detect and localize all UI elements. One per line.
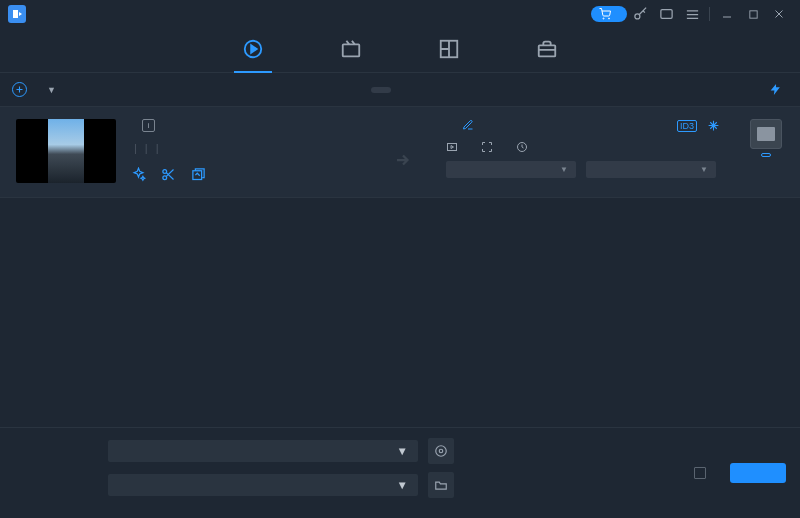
info-icon[interactable]: i: [142, 119, 155, 132]
tab-collage[interactable]: [430, 34, 468, 72]
minimize-icon[interactable]: [714, 0, 740, 28]
add-files-button[interactable]: ▼: [12, 82, 56, 97]
edit-effects-icon[interactable]: [130, 166, 146, 182]
chevron-down-icon: ▼: [397, 445, 408, 457]
high-speed-conversion-button[interactable]: [769, 83, 788, 96]
lightning-icon: [769, 83, 782, 96]
metadata-icon[interactable]: ID3: [677, 120, 697, 132]
save-to-select[interactable]: ▼: [108, 474, 418, 496]
profile-settings-icon[interactable]: [428, 438, 454, 464]
video-icon: [446, 141, 458, 153]
converter-icon: [242, 38, 264, 60]
settings-button[interactable]: [761, 153, 771, 157]
feedback-icon[interactable]: [653, 0, 679, 28]
svg-point-10: [162, 175, 166, 179]
source-line: i: [130, 119, 390, 132]
chevron-down-icon: ▼: [700, 165, 708, 174]
arrow-icon: [392, 151, 414, 169]
subtab-converting[interactable]: [371, 87, 391, 93]
file-row: i |||: [0, 107, 800, 198]
chevron-down-icon[interactable]: ▼: [47, 85, 56, 95]
toolbar: ▼: [0, 73, 800, 107]
plus-icon: [12, 82, 27, 97]
source-meta: |||: [130, 142, 390, 154]
source-column: i |||: [130, 119, 390, 182]
toolbox-icon: [536, 38, 558, 60]
svg-point-15: [436, 446, 447, 457]
mv-icon: [340, 38, 362, 60]
svg-point-9: [162, 169, 166, 173]
menu-icon[interactable]: [679, 0, 705, 28]
key-icon[interactable]: [627, 0, 653, 28]
output-format-button[interactable]: [750, 119, 782, 149]
svg-rect-12: [448, 144, 457, 151]
collage-icon: [438, 38, 460, 60]
clock-icon: [516, 141, 528, 153]
app-logo: [8, 5, 26, 23]
format-badge: [750, 119, 782, 157]
svg-rect-8: [539, 45, 556, 56]
tab-toolbox[interactable]: [528, 34, 566, 72]
compress-icon[interactable]: [707, 119, 720, 132]
subtitle-select[interactable]: ▼: [586, 161, 716, 178]
out-format-item: [446, 141, 463, 153]
svg-rect-3: [660, 9, 671, 18]
output-meta: [446, 141, 784, 153]
out-dur-item: [516, 141, 533, 153]
merge-checkbox[interactable]: [694, 467, 712, 479]
video-thumbnail[interactable]: [16, 119, 116, 183]
bottom-bar: ▼ ▼: [0, 427, 800, 518]
tab-mv[interactable]: [332, 34, 370, 72]
svg-point-2: [634, 13, 639, 18]
checkbox-icon: [694, 467, 706, 479]
svg-rect-6: [343, 44, 360, 56]
rename-icon[interactable]: [462, 119, 474, 131]
row-tools: [130, 166, 390, 182]
output-selects: ▼ ▼: [446, 161, 784, 178]
out-res-item: [481, 141, 498, 153]
enhance-icon[interactable]: [190, 166, 206, 182]
pricing-button[interactable]: [591, 6, 627, 22]
save-to-row: ▼: [14, 472, 786, 498]
file-list: i |||: [0, 107, 800, 198]
svg-point-0: [603, 18, 604, 19]
close-icon[interactable]: [766, 0, 792, 28]
open-folder-icon[interactable]: [428, 472, 454, 498]
output-format-row: ▼: [14, 438, 786, 464]
convert-all-button[interactable]: [730, 463, 786, 483]
titlebar: [0, 0, 800, 28]
chevron-down-icon: ▼: [397, 479, 408, 491]
maximize-icon[interactable]: [740, 0, 766, 28]
output-extra-icons: ID3: [677, 119, 720, 132]
output-line: [446, 119, 784, 131]
output-column: ▼ ▼: [446, 119, 784, 178]
svg-rect-11: [192, 170, 201, 179]
chevron-down-icon: ▼: [560, 165, 568, 174]
subtabs: [371, 87, 429, 93]
audio-select[interactable]: ▼: [446, 161, 576, 178]
trim-icon[interactable]: [160, 166, 176, 182]
svg-point-14: [439, 449, 443, 453]
divider: [709, 7, 710, 21]
output-format-select[interactable]: ▼: [108, 440, 418, 462]
tab-converter[interactable]: [234, 34, 272, 72]
resolution-icon: [481, 141, 493, 153]
bottom-right: [694, 463, 786, 483]
svg-point-1: [609, 18, 610, 19]
subtab-converted[interactable]: [409, 87, 429, 93]
svg-rect-4: [749, 10, 756, 17]
main-nav: [0, 28, 800, 73]
